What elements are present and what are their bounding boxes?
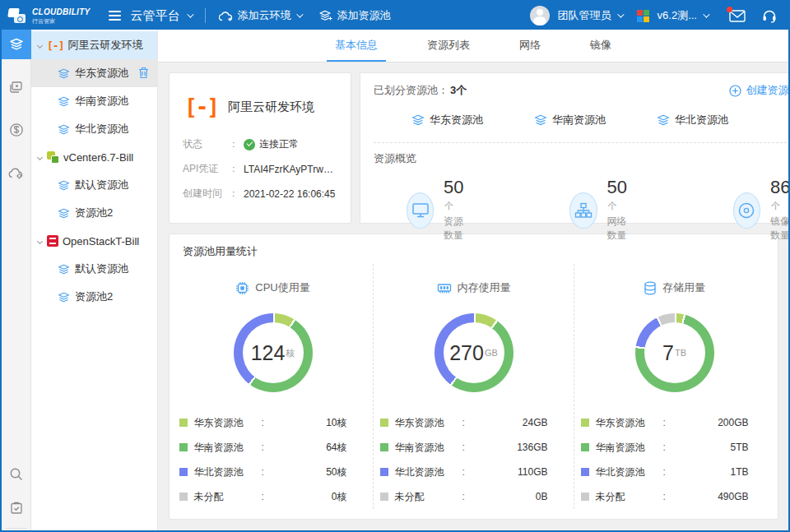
sidebar-item-billing[interactable] — [2, 115, 31, 145]
chevron-down-icon — [187, 11, 193, 17]
add-pool-button[interactable]: 添加资源池 — [319, 8, 391, 23]
trash-icon — [138, 67, 149, 79]
caret-down-icon[interactable] — [37, 42, 43, 48]
add-pool-label: 添加资源池 — [337, 8, 391, 23]
tree-pool-vc-default[interactable]: 默认资源池 — [31, 171, 157, 199]
cloud-plus-icon — [219, 11, 233, 21]
tree-pool-label: 资源池2 — [75, 289, 113, 304]
legend-swatch — [380, 468, 388, 476]
pools-count: 3个 — [450, 83, 467, 98]
sidebar-item-resource-pools[interactable] — [2, 30, 31, 59]
user-avatar[interactable] — [530, 6, 550, 25]
workspace-icon — [637, 10, 649, 22]
usage-stats-card: 资源池用量统计 CPU使用量 — [169, 234, 778, 520]
alicloud-icon: [-] — [47, 39, 63, 52]
network-icon — [569, 192, 597, 229]
status-ok-icon — [244, 139, 255, 150]
caret-down-icon[interactable] — [37, 238, 43, 243]
tree-env-alicloud[interactable]: [-] 阿里云研发环境 — [31, 31, 157, 59]
plus-circle-icon — [729, 85, 741, 97]
cpu-donut-chart: 124核 — [234, 313, 313, 392]
brand-subname: 行云管家 — [32, 18, 91, 24]
pool-chip-huanan[interactable]: 华南资源池 — [534, 113, 606, 127]
top-bar: CLOUDBILITY 行云管家 云管平台 添加云环境 添加资源池 团 — [2, 2, 788, 30]
layers-icon — [58, 124, 70, 135]
environment-title: 阿里云研发环境 — [228, 99, 314, 115]
cpu-icon — [235, 281, 249, 295]
add-cloud-env-label: 添加云环境 — [238, 8, 291, 23]
rail-divider — [6, 528, 27, 529]
sidebar-tasks-button[interactable] — [2, 493, 31, 523]
stat-networks: 50个 网络数量 — [569, 178, 635, 243]
tab-basic-info[interactable]: 基本信息 — [327, 30, 386, 62]
tree-pool-huabei[interactable]: 华北资源池 — [31, 115, 157, 143]
chevron-down-icon — [296, 11, 303, 17]
create-pool-button[interactable]: 创建资源池 — [729, 83, 788, 98]
sidebar-search-button[interactable] — [2, 459, 31, 488]
tree-pool-vc-2[interactable]: 资源池2 — [31, 199, 157, 227]
add-cloud-env-button[interactable]: 添加云环境 — [219, 8, 301, 23]
tab-resource-list[interactable]: 资源列表 — [419, 30, 478, 62]
header-divider — [205, 8, 206, 23]
tree-pool-huanan[interactable]: 华南资源池 — [31, 87, 157, 115]
legend-swatch — [179, 493, 188, 501]
layers-icon — [58, 96, 70, 107]
sidebar-item-hosts[interactable] — [2, 72, 31, 102]
usage-card-title: 资源池用量统计 — [173, 244, 774, 259]
tree-env-openstack[interactable]: OpenStackT-Bill — [31, 227, 157, 255]
legend-swatch — [380, 493, 388, 501]
tree-pool-label: 华东资源池 — [75, 66, 128, 81]
memory-usage-column: 内存使用量 270GB 华东资源池:24GB 华南资源池:136GB 华北资源池… — [373, 264, 574, 509]
tree-pool-huadong[interactable]: 华东资源池 — [31, 59, 157, 87]
layers-icon — [534, 114, 547, 126]
pools-overview-card: 已划分资源池： 3个 创建资源池 华东资源池 — [360, 72, 788, 224]
tab-images[interactable]: 镜像 — [582, 30, 620, 62]
layers-icon — [657, 114, 670, 126]
openstack-icon — [47, 235, 58, 247]
menu-icon[interactable] — [109, 11, 121, 21]
unread-badge — [727, 7, 732, 12]
pool-chip-huabei[interactable]: 华北资源池 — [657, 113, 728, 127]
legend-swatch — [179, 419, 188, 427]
chart-title: 内存使用量 — [458, 280, 511, 295]
version-dropdown[interactable]: v6.2测... — [658, 8, 708, 23]
support-button[interactable] — [762, 9, 777, 23]
environment-tree: [-] 阿里云研发环境 华东资源池 华南资源池 — [31, 30, 158, 530]
tree-pool-os-2[interactable]: 资源池2 — [31, 283, 157, 311]
version-label: v6.2测... — [658, 8, 697, 23]
pool-chip-huadong[interactable]: 华东资源池 — [411, 113, 483, 127]
sidebar-item-cloud-settings[interactable] — [2, 158, 31, 187]
legend-swatch — [581, 468, 589, 476]
clipboard-check-icon — [10, 502, 23, 515]
user-role-dropdown[interactable]: 团队管理员 — [558, 8, 622, 23]
legend-swatch — [179, 468, 188, 476]
tree-env-vcenter[interactable]: vCenter6.7-Bill — [31, 143, 157, 171]
disc-icon — [733, 192, 760, 229]
cloud-gear-icon — [8, 167, 24, 179]
legend-row: 华东资源池:24GB — [380, 410, 568, 435]
tree-env-label: OpenStackT-Bill — [63, 235, 139, 247]
messages-button[interactable] — [729, 10, 746, 22]
dollar-icon — [9, 123, 24, 137]
storage-usage-column: 存储用量 7TB 华东资源池:200GB 华南资源池:5TB 华北资源池:1TB… — [574, 264, 774, 509]
caret-down-icon[interactable] — [37, 154, 43, 160]
tree-pool-os-default[interactable]: 默认资源池 — [31, 255, 157, 283]
brand-logo-block[interactable]: CLOUDBILITY 行云管家 — [8, 7, 91, 25]
main-area: [-] 阿里云研发环境 状态： 连接正常 API凭证： L — [158, 62, 788, 530]
legend-row: 未分配:0核 — [179, 484, 367, 509]
tab-network[interactable]: 网络 — [511, 30, 549, 62]
tree-pool-label: 资源池2 — [75, 206, 113, 220]
pools-label: 已划分资源池： — [374, 83, 448, 98]
vcenter-icon — [47, 151, 59, 164]
delete-pool-button[interactable] — [138, 67, 149, 79]
servers-icon — [9, 81, 23, 94]
chevron-down-icon — [617, 11, 624, 17]
storage-donut-chart: 7TB — [635, 313, 714, 392]
product-switcher[interactable]: 云管平台 — [131, 8, 192, 24]
search-icon — [9, 467, 23, 481]
layers-icon — [411, 114, 425, 126]
storage-legend: 华东资源池:200GB 华南资源池:5TB 华北资源池:1TB 未分配:490G… — [581, 410, 769, 509]
monitor-icon — [407, 192, 434, 229]
cloudbility-logo-icon — [8, 7, 28, 25]
tree-pool-label: 华南资源池 — [75, 94, 128, 109]
